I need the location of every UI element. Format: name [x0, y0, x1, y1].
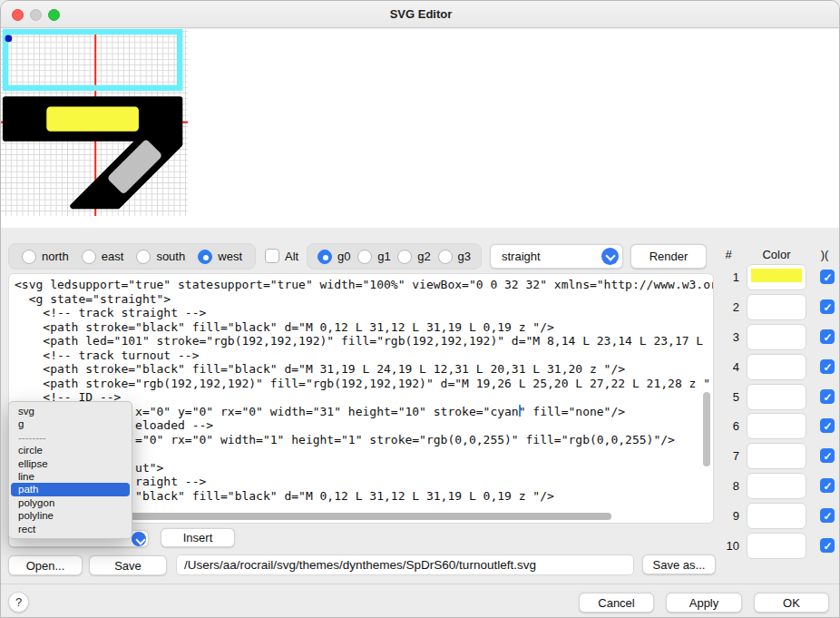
color-row-number: 6: [718, 419, 739, 433]
popup-item-polyline[interactable]: polyline: [9, 509, 132, 522]
color-row: 3: [718, 324, 840, 350]
apply-button[interactable]: Apply: [666, 593, 742, 613]
popup-item-polygon[interactable]: polygon: [9, 496, 132, 509]
color-row-checkbox[interactable]: [820, 508, 835, 523]
alt-checkbox-icon: [265, 249, 279, 263]
popup-item-line[interactable]: line: [9, 470, 132, 483]
render-button[interactable]: Render: [630, 244, 707, 269]
chevron-down-icon: [601, 248, 619, 265]
color-row-number: 8: [718, 479, 739, 493]
color-row-checkbox[interactable]: [820, 299, 835, 314]
radio-g3-icon: [438, 250, 453, 264]
color-row-number: 10: [718, 539, 739, 553]
window-title: SVG Editor: [1, 7, 840, 21]
color-row: 9: [718, 503, 840, 529]
color-row-number: 5: [718, 390, 739, 404]
radio-east-icon: [82, 250, 96, 264]
open-button-label: Open...: [26, 559, 65, 573]
color-swatch-field[interactable]: [747, 473, 806, 499]
color-row: 6: [718, 413, 840, 439]
insert-button[interactable]: Insert: [161, 528, 235, 547]
color-row-checkbox[interactable]: [820, 359, 835, 374]
save-button[interactable]: Save: [89, 555, 167, 575]
selection-rect-cyan: [5, 32, 180, 88]
insert-button-label: Insert: [183, 531, 213, 544]
radio-g1[interactable]: g1: [357, 250, 390, 264]
popup-item-rect[interactable]: rect: [9, 523, 132, 535]
radio-g2[interactable]: g2: [397, 250, 430, 264]
save-as-button-label: Save as...: [653, 558, 706, 572]
radio-north[interactable]: north: [22, 250, 69, 264]
radio-west-label: west: [218, 250, 242, 263]
color-row: 1: [718, 264, 840, 290]
svg-editor-window: SVG Editor north: [0, 0, 840, 618]
preview-panel: [1, 29, 840, 228]
save-as-button[interactable]: Save as...: [642, 554, 716, 574]
color-table-paren-header: )(: [814, 248, 835, 261]
radio-g0-icon: [317, 250, 332, 264]
color-row-checkbox[interactable]: [820, 538, 835, 553]
ok-button-label: OK: [783, 596, 800, 610]
color-row: 7: [718, 443, 840, 469]
chevron-down-icon: [132, 532, 146, 546]
color-row-checkbox[interactable]: [820, 389, 835, 404]
radio-north-icon: [22, 250, 36, 264]
popup-item-g[interactable]: g: [9, 417, 132, 430]
group-radio-group: g0 g1 g2 g3: [307, 243, 482, 270]
open-button[interactable]: Open...: [8, 555, 83, 575]
radio-g3[interactable]: g3: [438, 250, 471, 264]
popup-item-path[interactable]: path: [11, 483, 130, 495]
state-select[interactable]: straight: [490, 244, 623, 269]
ok-button[interactable]: OK: [754, 593, 829, 613]
color-row-checkbox[interactable]: [820, 418, 835, 433]
footer-bar: ? Cancel Apply OK: [1, 584, 840, 618]
alt-checkbox[interactable]: Alt: [265, 249, 298, 263]
radio-g3-label: g3: [458, 250, 471, 263]
popup-item-circle[interactable]: circle: [9, 444, 132, 456]
cancel-button[interactable]: Cancel: [579, 593, 654, 613]
radio-south-label: south: [156, 250, 185, 263]
popup-item-svg[interactable]: svg: [9, 405, 132, 417]
rendered-svg: [1, 29, 188, 216]
help-button[interactable]: ?: [8, 592, 29, 613]
color-row-checkbox[interactable]: [820, 270, 835, 284]
help-icon: ?: [15, 595, 22, 609]
color-swatch-field[interactable]: [747, 384, 806, 410]
apply-button-label: Apply: [689, 596, 719, 610]
led-straight-yellow: [51, 111, 135, 128]
render-button-label: Render: [650, 250, 689, 263]
radio-west-icon: [198, 250, 212, 264]
radio-g1-icon: [357, 250, 372, 264]
radio-south-icon: [136, 250, 151, 264]
color-swatch-field[interactable]: [747, 294, 806, 320]
radio-g0[interactable]: g0: [317, 250, 350, 264]
color-swatch-field[interactable]: [747, 324, 806, 350]
color-row: 8: [718, 473, 840, 499]
color-swatch-field[interactable]: [747, 413, 806, 439]
color-swatch-field[interactable]: [747, 354, 806, 380]
color-swatch-field[interactable]: [747, 533, 806, 559]
color-row-number: 7: [718, 449, 739, 463]
editor-vertical-scrollbar[interactable]: [703, 392, 710, 466]
svg-preview-canvas[interactable]: [1, 29, 188, 216]
save-button-label: Save: [114, 559, 142, 573]
radio-north-label: north: [42, 250, 69, 263]
popup-item-ellipse[interactable]: ellipse: [9, 457, 132, 470]
color-row-checkbox[interactable]: [820, 478, 835, 493]
color-row-checkbox[interactable]: [820, 329, 835, 344]
color-row: 4: [718, 354, 840, 380]
color-row-checkbox[interactable]: [820, 448, 835, 463]
radio-g1-label: g1: [377, 250, 390, 263]
radio-g2-label: g2: [417, 250, 430, 263]
color-swatch-field[interactable]: [747, 503, 806, 529]
color-swatch-field[interactable]: [747, 264, 806, 290]
radio-south[interactable]: south: [136, 250, 185, 264]
radio-east[interactable]: east: [82, 250, 124, 264]
file-path-input[interactable]: [176, 554, 634, 575]
radio-g2-icon: [397, 250, 412, 264]
color-swatch-field[interactable]: [747, 443, 806, 469]
radio-west[interactable]: west: [198, 250, 242, 264]
radio-g0-label: g0: [337, 250, 350, 263]
color-row-number: 4: [718, 360, 739, 374]
color-row: 5: [718, 384, 840, 410]
